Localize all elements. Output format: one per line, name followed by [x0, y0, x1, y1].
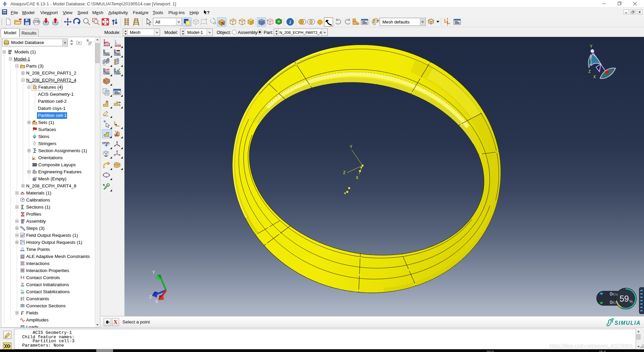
svg-text:X: X: [593, 75, 596, 80]
svg-text:F: F: [20, 310, 24, 315]
svg-text:K/s: K/s: [612, 301, 618, 305]
svg-text:Y: Y: [350, 145, 352, 149]
svg-text:Z: Z: [149, 295, 152, 300]
svg-text:Y: Y: [152, 270, 155, 275]
svg-text:Z: Z: [588, 70, 591, 74]
svg-text:0: 0: [610, 291, 612, 297]
svg-text:%: %: [629, 299, 633, 304]
svg-text:X: X: [155, 299, 158, 304]
svg-text:S4R: S4R: [105, 69, 110, 71]
svg-text:Z: Z: [343, 171, 345, 175]
svg-text:Y: Y: [590, 44, 592, 49]
svg-text:SIMULIA: SIMULIA: [614, 320, 641, 326]
svg-text:(XYZ): (XYZ): [102, 141, 109, 144]
svg-text:K/s: K/s: [612, 292, 618, 296]
svg-text:59: 59: [620, 294, 629, 303]
svg-text:X: X: [356, 176, 358, 180]
svg-text:?: ?: [207, 10, 210, 15]
svg-text:0: 0: [610, 300, 612, 305]
